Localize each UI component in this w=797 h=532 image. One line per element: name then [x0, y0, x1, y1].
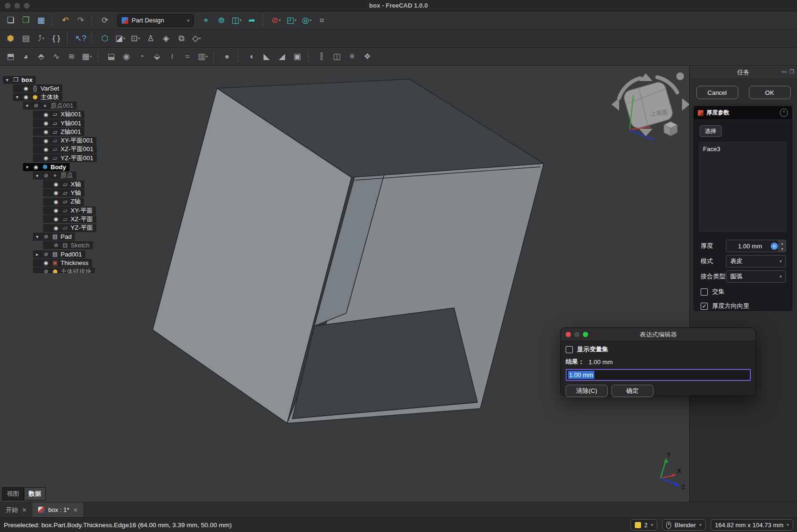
tree-item-Y轴[interactable]: ◉▱Y轴 — [43, 189, 84, 197]
expression-editor-titlebar[interactable]: 表达式编辑器 — [561, 328, 756, 341]
expression-input-selected-text[interactable]: 1.00 mm — [568, 371, 594, 379]
confirm-button[interactable]: 确定 — [611, 385, 653, 397]
tree-item-label[interactable]: Thickness — [61, 259, 89, 266]
checked-checkbox[interactable]: ✓ — [701, 303, 708, 310]
tree-item-主体链接块[interactable]: ⊘⬢主体链接块 — [33, 267, 95, 273]
collapse-section-icon[interactable]: ⌃ — [780, 109, 788, 117]
tree-item-label[interactable]: XZ-平面 — [71, 215, 93, 224]
additive-helix-icon[interactable]: ≋ — [64, 50, 79, 64]
visibility-eye-icon[interactable]: ◉ — [32, 164, 40, 170]
3d-viewport[interactable]: 上视图 Y X Z ▾❒box◉{}Va — [0, 66, 689, 502]
tree-item-label[interactable]: Y轴 — [71, 189, 81, 197]
tree-item-label[interactable]: Pad — [61, 233, 72, 240]
visibility-eye-icon[interactable]: ◉ — [42, 155, 50, 161]
ok-button[interactable]: OK — [749, 86, 791, 99]
document-tab-label[interactable]: box : 1* — [48, 506, 69, 513]
dock-panel-icon[interactable]: ▭ — [782, 69, 787, 75]
tree-item-label[interactable]: Pad001 — [61, 251, 82, 258]
visibility-off-eye-icon[interactable]: ⊘ — [42, 173, 50, 179]
tree-expand-icon[interactable]: ▾ — [24, 164, 31, 170]
clear-button[interactable]: 清除(C) — [566, 385, 608, 397]
save-icon[interactable]: ▦ — [34, 13, 48, 28]
create-sketch-icon[interactable]: ◪▾ — [113, 31, 127, 46]
zoom-selection-icon[interactable]: ⊚ — [214, 13, 228, 28]
visibility-eye-icon[interactable]: ◉ — [22, 85, 30, 92]
document-tab-开始[interactable]: 开始✕ — [0, 502, 32, 517]
measure-icon[interactable]: ⌗ — [315, 13, 329, 28]
dialog-close-icon[interactable] — [566, 332, 571, 337]
spinner-arrows[interactable]: ▲▼ — [778, 240, 786, 252]
groove-icon[interactable]: ◔ — [135, 50, 149, 64]
tree-item-Z轴001[interactable]: ◉▱Z轴001 — [33, 128, 84, 136]
tree-expand-icon[interactable]: ▾ — [24, 103, 31, 108]
visibility-eye-icon[interactable]: ◉ — [52, 216, 60, 222]
additive-loft-icon[interactable]: ⬘ — [34, 50, 48, 64]
clipping-plane-icon[interactable]: ⊘▾ — [269, 13, 283, 28]
tree-item-label[interactable]: XY-平面001 — [61, 136, 93, 145]
chevron-down-icon[interactable]: ▾ — [310, 18, 311, 22]
visibility-eye-icon[interactable]: ◉ — [52, 181, 60, 187]
tree-item-label[interactable]: Z轴001 — [61, 128, 81, 136]
expression-braces-icon[interactable]: { } — [49, 31, 63, 46]
tree-item-X轴001[interactable]: ◉▱X轴001 — [33, 110, 84, 119]
tree-item-XZ-平面[interactable]: ◉▱XZ-平面 — [43, 215, 96, 224]
tree-item-label[interactable]: 主体块 — [41, 93, 59, 102]
rotate-down-icon[interactable] — [639, 129, 652, 136]
panel-tab-数据[interactable]: 数据 — [24, 487, 46, 501]
tree-item-label[interactable]: XY-平面 — [71, 206, 93, 215]
part-design-solid-icon[interactable]: ⬢ — [3, 31, 18, 46]
tree-item-Sketch[interactable]: ⊘⊡Sketch — [43, 241, 93, 250]
export-icon[interactable]: ⤴▾ — [34, 31, 48, 46]
pocket-icon[interactable]: ⬓ — [104, 50, 118, 64]
visibility-eye-icon[interactable]: ◉ — [42, 260, 50, 266]
tree-item-原点[interactable]: ▾⊘⌖原点 — [33, 171, 76, 180]
chevron-down-icon[interactable]: ▾ — [42, 36, 44, 41]
tree-item-label[interactable]: 主体链接块 — [61, 267, 92, 273]
rotate-left-icon[interactable] — [611, 98, 619, 111]
visibility-eye-icon[interactable]: ◉ — [42, 120, 50, 126]
join-type-dropdown[interactable]: 圆弧 ▾ — [726, 270, 786, 283]
tree-item-Pad[interactable]: ▾⊘▤Pad — [33, 232, 75, 241]
fillet-icon[interactable]: ◖ — [244, 50, 259, 64]
tree-item-主体块[interactable]: ▾◉⬢主体块 — [13, 93, 62, 102]
workbench-selector[interactable]: Part Design ▾ — [117, 14, 194, 27]
undo-icon[interactable]: ↶ — [58, 13, 72, 28]
chevron-down-icon[interactable]: ▾ — [295, 18, 297, 22]
chevron-down-icon[interactable]: ▾ — [138, 36, 140, 41]
tree-item-label[interactable]: 原点001 — [51, 102, 73, 110]
subtractive-primitive-icon[interactable]: ▥▾ — [196, 50, 210, 64]
close-tab-icon[interactable]: ✕ — [73, 507, 78, 513]
face-list-item[interactable]: Face3 — [699, 143, 787, 154]
tree-item-label[interactable]: XZ-平面001 — [61, 145, 93, 153]
visibility-off-eye-icon[interactable]: ⊘ — [32, 102, 40, 109]
datum-plane-icon[interactable]: ◇▾ — [189, 31, 204, 46]
tree-expand-icon[interactable]: ▾ — [4, 77, 10, 82]
create-body-icon[interactable]: ⬡ — [98, 31, 112, 46]
float-panel-icon[interactable]: ❐ — [789, 69, 794, 75]
select-face-button[interactable]: 选择 — [700, 125, 722, 137]
spin-down-icon[interactable]: ▼ — [779, 246, 786, 252]
boolean-operation-icon[interactable]: ● — [220, 50, 234, 64]
redo-icon[interactable]: ↷ — [73, 13, 88, 28]
tree-expand-icon[interactable]: ▸ — [34, 252, 41, 257]
tree-item-label[interactable]: Body — [51, 164, 66, 171]
fit-all-icon[interactable]: ⌖ — [199, 13, 213, 28]
view-sphere-icon[interactable] — [676, 72, 684, 80]
tree-expand-icon[interactable]: ▾ — [34, 173, 41, 178]
draw-style-icon[interactable]: ◫▾ — [229, 13, 244, 28]
visibility-off-eye-icon[interactable]: ⊘ — [42, 268, 50, 273]
chevron-down-icon[interactable]: ▾ — [124, 36, 125, 41]
show-varset-checkbox[interactable] — [566, 346, 573, 353]
shapebinder-icon[interactable]: ◈ — [159, 31, 173, 46]
tree-item-YZ-平面001[interactable]: ◉▱YZ-平面001 — [33, 154, 97, 163]
selection-view-icon[interactable]: ◎▾ — [300, 13, 314, 28]
thickness-value[interactable]: 1.00 mm — [726, 243, 771, 250]
tree-item-box[interactable]: ▾❒box — [3, 75, 36, 84]
document-tab-box : 1*[interactable]: box : 1*✕ — [32, 502, 84, 517]
whats-this-icon[interactable]: ↖? — [73, 31, 88, 46]
tree-item-label[interactable]: Y轴001 — [61, 119, 81, 128]
draft-icon[interactable]: ◢ — [275, 50, 289, 64]
visibility-eye-icon[interactable]: ◉ — [52, 207, 60, 214]
linear-pattern-icon[interactable]: ⫿ — [314, 50, 329, 64]
visibility-off-eye-icon[interactable]: ⊘ — [42, 251, 50, 257]
